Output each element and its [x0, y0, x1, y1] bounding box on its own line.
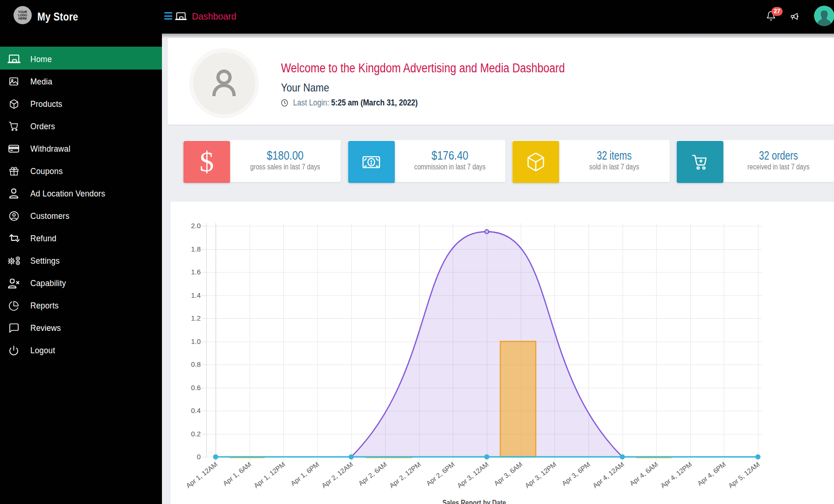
svg-text:0.8: 0.8 — [191, 360, 201, 368]
svg-text:Apr 4, 6PM: Apr 4, 6PM — [696, 461, 727, 487]
svg-text:0.6: 0.6 — [191, 384, 201, 392]
svg-text:Apr 3, 12AM: Apr 3, 12AM — [456, 461, 490, 490]
svg-text:Apr 1, 12AM: Apr 1, 12AM — [184, 461, 218, 490]
svg-text:Apr 2, 12AM: Apr 2, 12AM — [320, 461, 354, 490]
svg-text:1.2: 1.2 — [191, 314, 201, 322]
svg-text:Apr 3, 12PM: Apr 3, 12PM — [524, 461, 558, 490]
svg-text:Apr 2, 6AM: Apr 2, 6AM — [357, 461, 388, 487]
svg-text:Apr 1, 12PM: Apr 1, 12PM — [252, 461, 287, 490]
svg-text:Apr 1, 6AM: Apr 1, 6AM — [221, 461, 252, 487]
svg-text:Apr 3, 6PM: Apr 3, 6PM — [561, 461, 592, 487]
svg-text:0.4: 0.4 — [191, 406, 201, 414]
svg-text:Apr 2, 6PM: Apr 2, 6PM — [425, 461, 456, 487]
svg-text:1.0: 1.0 — [191, 337, 201, 345]
svg-text:0.2: 0.2 — [191, 430, 201, 438]
svg-text:1.8: 1.8 — [191, 245, 201, 253]
svg-text:2.0: 2.0 — [191, 222, 201, 230]
svg-text:Apr 4, 12AM: Apr 4, 12AM — [591, 461, 625, 490]
svg-text:Apr 1, 6PM: Apr 1, 6PM — [289, 461, 321, 487]
svg-text:Apr 3, 6AM: Apr 3, 6AM — [492, 461, 524, 487]
svg-text:1.6: 1.6 — [191, 268, 201, 276]
svg-text:Apr 4, 6AM: Apr 4, 6AM — [628, 461, 659, 487]
svg-text:1.4: 1.4 — [191, 291, 201, 299]
svg-text:0: 0 — [197, 453, 201, 461]
svg-text:Apr 4, 12PM: Apr 4, 12PM — [659, 461, 693, 490]
svg-text:Apr 5, 12AM: Apr 5, 12AM — [727, 461, 761, 490]
svg-text:Apr 2, 12PM: Apr 2, 12PM — [388, 461, 422, 490]
